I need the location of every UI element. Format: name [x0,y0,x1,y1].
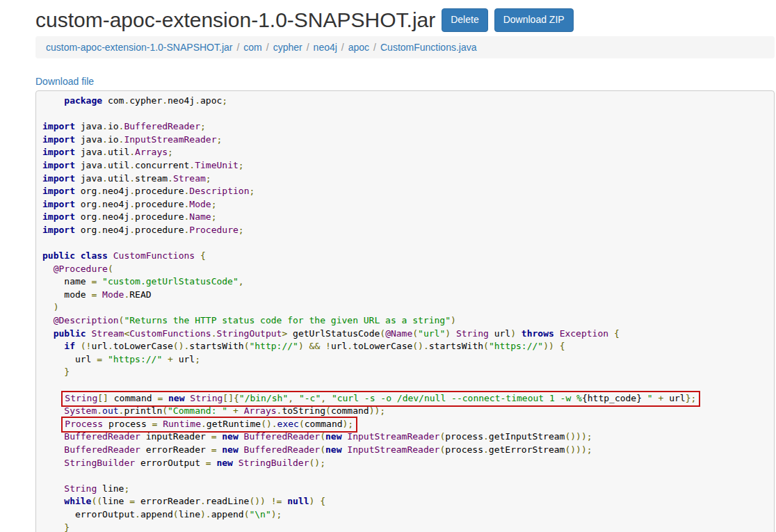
code-line: package com.cypher.neo4j.apoc; [42,95,768,108]
page-title: custom-apoc-extension-1.0-SNAPSHOT.jar [35,8,435,31]
breadcrumb: custom-apoc-extension-1.0-SNAPSHOT.jar/c… [35,36,775,58]
code-line: BufferedReader inputReader = new Buffere… [42,430,768,444]
code-line: } [42,366,768,379]
breadcrumb-separator: / [302,42,314,53]
code-line: BufferedReader errorReader = new Buffere… [42,444,768,457]
code-line: } [42,522,768,532]
code-line: String[] command = new String[]{"/bin/sh… [42,392,768,405]
code-line: import java.io.InputStreamReader; [42,134,768,147]
code-line: name = "custom.getUrlStatusCode", [42,275,768,289]
delete-button[interactable]: Delete [442,8,487,32]
code-content: package com.cypher.neo4j.apoc;import jav… [42,95,768,532]
code-line: import java.io.BufferedReader; [42,120,768,134]
breadcrumb-item[interactable]: cypher [273,42,302,53]
breadcrumb-item[interactable]: apoc [348,42,369,53]
code-line: while((line = errorReader.readLine()) !=… [42,495,768,508]
code-line: import java.util.stream.Stream; [42,172,768,186]
code-line: mode = Mode.READ [42,289,768,302]
breadcrumb-separator: / [369,42,380,53]
code-line: import java.util.Arrays; [42,146,768,159]
code-line: errorOutput.append(line).append("\n"); [42,508,768,522]
code-line [42,237,768,250]
main-container: custom-apoc-extension-1.0-SNAPSHOT.jar D… [35,8,775,532]
code-line: public Stream<CustomFunctions.StringOutp… [42,328,768,341]
code-line: import org.neo4j.procedure.Description; [42,185,768,198]
code-line [42,108,768,121]
breadcrumb-item[interactable]: CustomFunctions.java [380,42,477,53]
breadcrumb-separator: / [232,42,243,53]
code-line: import java.util.concurrent.TimeUnit; [42,159,768,172]
code-line: String line; [42,483,768,496]
code-line: StringBuilder errorOutput = new StringBu… [42,457,768,470]
code-block: package com.cypher.neo4j.apoc;import jav… [35,90,775,532]
code-line: @Procedure( [42,263,768,276]
code-line: import org.neo4j.procedure.Name; [42,211,768,224]
breadcrumb-item[interactable]: neo4j [314,42,337,53]
code-line [42,469,768,483]
code-line: public class CustomFunctions { [42,250,768,263]
code-line: @Description("Returns the HTTP status co… [42,314,768,328]
code-line: ) [42,301,768,314]
breadcrumb-separator: / [337,42,348,53]
code-line: import org.neo4j.procedure.Procedure; [42,224,768,237]
download-zip-button[interactable]: Download ZIP [494,8,574,32]
code-line: Process process = Runtime.getRuntime().e… [42,418,768,431]
breadcrumb-item[interactable]: custom-apoc-extension-1.0-SNAPSHOT.jar [46,42,232,53]
breadcrumb-separator: / [262,42,273,53]
code-line: url = "https://" + url; [42,353,768,366]
page-header: custom-apoc-extension-1.0-SNAPSHOT.jar D… [35,8,775,32]
breadcrumb-item[interactable]: com [243,42,261,53]
download-file-link[interactable]: Download file [35,76,94,87]
code-line: if (!url.toLowerCase().startsWith("http:… [42,340,768,353]
code-line: import org.neo4j.procedure.Mode; [42,198,768,211]
